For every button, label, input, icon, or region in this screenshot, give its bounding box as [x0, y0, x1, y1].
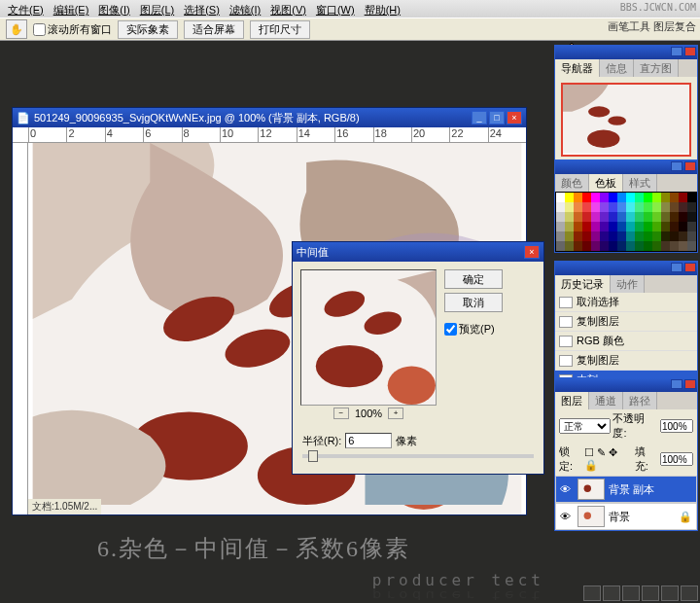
swatch[interactable]	[679, 231, 687, 241]
actual-pixels-button[interactable]: 实际象素	[118, 20, 178, 39]
print-size-button[interactable]: 打印尺寸	[250, 20, 310, 39]
foot-icon[interactable]	[642, 585, 659, 601]
swatch[interactable]	[626, 212, 635, 222]
swatch[interactable]	[670, 193, 679, 202]
swatch[interactable]	[556, 193, 565, 202]
hand-tool-icon[interactable]: ✋	[6, 19, 27, 39]
tab-actions[interactable]: 动作	[611, 275, 645, 293]
swatch[interactable]	[609, 193, 617, 202]
swatch[interactable]	[556, 222, 565, 231]
swatch[interactable]	[565, 222, 574, 231]
swatch[interactable]	[635, 202, 644, 212]
zoom-out-button[interactable]: −	[333, 408, 349, 419]
swatch[interactable]	[617, 202, 626, 212]
swatch[interactable]	[661, 193, 670, 202]
swatch[interactable]	[687, 212, 696, 222]
dialog-close-button[interactable]: ×	[524, 245, 540, 259]
close-button[interactable]: ×	[507, 111, 522, 124]
swatch[interactable]	[617, 231, 626, 241]
swatch[interactable]	[591, 202, 600, 212]
swatch[interactable]	[635, 231, 644, 241]
foot-icon[interactable]	[583, 585, 601, 601]
swatches-grid[interactable]	[555, 192, 697, 252]
swatch[interactable]	[652, 231, 661, 241]
zoom-in-button[interactable]: +	[388, 408, 403, 419]
swatch[interactable]	[670, 241, 679, 251]
swatch[interactable]	[600, 231, 609, 241]
swatch[interactable]	[565, 193, 574, 202]
swatch[interactable]	[635, 193, 644, 202]
layer-row[interactable]: 👁 背景 🔒	[555, 503, 697, 530]
swatch[interactable]	[652, 193, 661, 202]
swatch[interactable]	[679, 241, 687, 251]
swatch[interactable]	[556, 202, 565, 212]
swatch[interactable]	[582, 212, 591, 222]
swatch[interactable]	[626, 231, 635, 241]
tab-channels[interactable]: 通道	[589, 392, 623, 409]
swatch[interactable]	[617, 193, 626, 202]
ok-button[interactable]: 确定	[444, 269, 503, 289]
swatch[interactable]	[670, 231, 679, 241]
swatch[interactable]	[565, 212, 574, 222]
swatch[interactable]	[626, 193, 635, 202]
swatch[interactable]	[556, 212, 565, 222]
eye-icon[interactable]: 👁	[560, 483, 574, 495]
panel-close-icon[interactable]	[684, 47, 696, 56]
swatch[interactable]	[591, 231, 600, 241]
swatch[interactable]	[591, 193, 600, 202]
swatch[interactable]	[574, 193, 582, 202]
swatch[interactable]	[609, 202, 617, 212]
swatch[interactable]	[679, 202, 687, 212]
history-item[interactable]: 复制图层	[555, 312, 697, 332]
swatch[interactable]	[679, 193, 687, 202]
swatch[interactable]	[635, 212, 644, 222]
maximize-button[interactable]: □	[489, 111, 505, 124]
swatch[interactable]	[644, 193, 652, 202]
menu-image[interactable]: 图像(I)	[94, 2, 133, 16]
swatch[interactable]	[582, 241, 591, 251]
eye-icon[interactable]: 👁	[560, 511, 574, 522]
foot-icon[interactable]	[603, 585, 620, 601]
swatch[interactable]	[687, 202, 696, 212]
swatch[interactable]	[617, 212, 626, 222]
swatch[interactable]	[600, 222, 609, 231]
navigator-thumbnail[interactable]	[561, 83, 691, 157]
swatch[interactable]	[591, 212, 600, 222]
swatch[interactable]	[644, 231, 652, 241]
history-item[interactable]: 取消选择	[555, 293, 697, 312]
swatch[interactable]	[679, 222, 687, 231]
swatch[interactable]	[591, 222, 600, 231]
swatch[interactable]	[652, 202, 661, 212]
menu-select[interactable]: 选择(S)	[180, 2, 224, 16]
menu-filter[interactable]: 滤镜(I)	[226, 2, 264, 16]
menu-edit[interactable]: 编辑(E)	[50, 2, 93, 16]
swatch[interactable]	[652, 222, 661, 231]
swatch[interactable]	[609, 222, 617, 231]
history-item[interactable]: 复制图层	[555, 351, 697, 371]
history-item[interactable]: RGB 颜色	[555, 332, 697, 351]
scroll-all-checkbox[interactable]	[33, 23, 46, 36]
swatch[interactable]	[644, 212, 652, 222]
swatch[interactable]	[617, 222, 626, 231]
swatch[interactable]	[582, 193, 591, 202]
opacity-input[interactable]	[660, 419, 693, 433]
panel-close-icon[interactable]	[684, 263, 696, 272]
swatch[interactable]	[600, 212, 609, 222]
preview-checkbox[interactable]	[444, 323, 457, 336]
swatch[interactable]	[652, 212, 661, 222]
swatch[interactable]	[635, 222, 644, 231]
swatch[interactable]	[644, 202, 652, 212]
cancel-button[interactable]: 取消	[444, 293, 503, 312]
tab-styles[interactable]: 样式	[623, 174, 657, 192]
tab-history[interactable]: 历史记录	[555, 275, 611, 293]
swatch[interactable]	[644, 241, 652, 251]
swatch[interactable]	[574, 212, 582, 222]
swatch[interactable]	[670, 212, 679, 222]
panel-min-icon[interactable]	[671, 263, 682, 272]
swatch[interactable]	[626, 241, 635, 251]
swatch[interactable]	[617, 241, 626, 251]
panel-min-icon[interactable]	[671, 379, 682, 389]
swatch[interactable]	[574, 241, 582, 251]
swatch[interactable]	[609, 231, 617, 241]
swatch[interactable]	[600, 241, 609, 251]
